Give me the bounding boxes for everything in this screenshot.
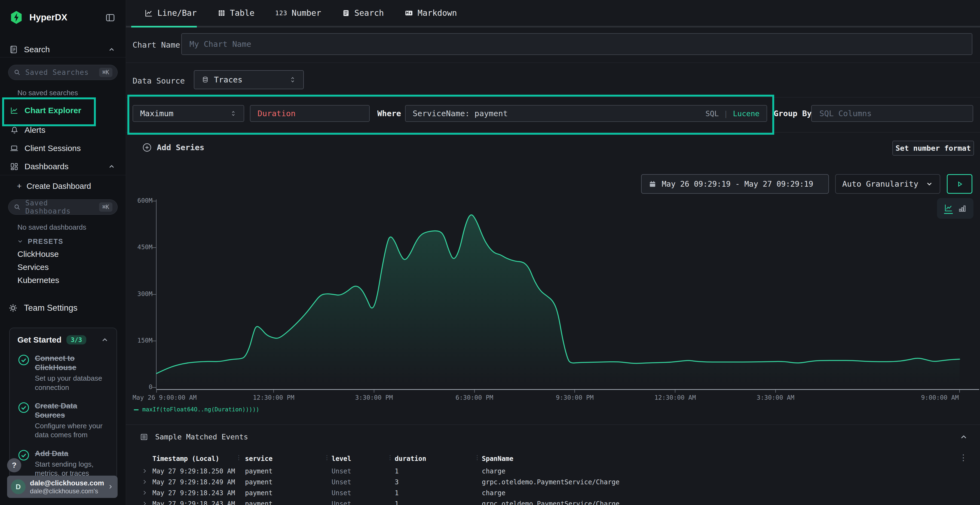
column-header-timestamp[interactable]: Timestamp (Local) [153,455,220,462]
tab-search[interactable]: Search [342,8,384,18]
field-select[interactable]: Duration [250,105,370,122]
table-cell-timestamp[interactable]: May 27 9:29:18.243 AM [153,500,235,505]
table-cell-spanname[interactable]: grpc.oteldemo.PaymentService/Charge [482,500,620,505]
y-axis-tick [152,387,156,388]
mode-divider: | [724,110,728,118]
aggregation-select[interactable]: Maximum [132,105,244,122]
chevron-up-icon[interactable] [108,46,115,53]
chevron-up-icon[interactable] [101,336,109,344]
granularity-select[interactable]: Auto Granularity [835,174,940,194]
table-cell-duration[interactable]: 3 [395,478,399,486]
sidebar-section-search[interactable]: Search [9,44,50,55]
lucene-mode-toggle[interactable]: Lucene [733,110,759,118]
chevron-up-icon[interactable] [108,163,115,170]
y-axis-tick-label: 150M [117,337,153,344]
x-axis-tick-label: 3:30:00 PM [317,394,431,401]
tab-table[interactable]: Table [218,8,255,18]
row-expand-chevron[interactable] [142,468,148,474]
table-cell-level[interactable]: Unset [332,478,351,486]
column-resize-handle[interactable]: ⋮ [324,454,330,461]
data-source-select[interactable]: Traces [194,70,304,89]
sidebar-item-services[interactable]: Services [18,262,49,272]
add-series-button[interactable]: Add Series [142,143,204,152]
collapse-panel-chevron-icon[interactable] [959,433,968,441]
table-cell-duration[interactable]: 1 [395,500,399,505]
where-value[interactable]: ServiceName: payment [413,109,700,118]
table-cell-level[interactable]: Unset [332,467,351,475]
chart-name-field[interactable] [181,33,972,55]
tab-markdown[interactable]: Markdown [404,8,457,18]
table-cell-level[interactable]: Unset [332,500,351,505]
sidebar-item-chart-explorer[interactable]: Chart Explorer [10,105,81,116]
tab-number[interactable]: 123 Number [275,8,321,18]
table-cell-duration[interactable]: 1 [395,489,399,497]
calendar-icon [649,180,656,188]
where-field[interactable]: ServiceName: payment SQL | Lucene [405,105,767,122]
y-axis-tick [152,294,156,295]
tab-line-bar[interactable]: Line/Bar [144,8,197,18]
create-dashboard-button[interactable]: + Create Dashboard [17,181,91,192]
user-menu[interactable]: D dale@clickhouse.com dale@clickhouse.co… [7,476,118,498]
get-started-item-connect[interactable]: Connect to ClickHouse Set up your databa… [18,354,109,392]
chart-legend[interactable]: — maxIf(toFloat64O..ng(Duration))))) [134,405,259,414]
column-header-duration[interactable]: duration [395,455,426,462]
group-by-input[interactable] [819,108,966,118]
saved-dashboards-input[interactable]: Saved Dashboards ⌘K [8,199,118,215]
table-cell-timestamp[interactable]: May 27 9:29:18.250 AM [153,467,235,475]
chevron-down-icon [926,180,933,188]
column-header-level[interactable]: level [332,455,351,462]
sidebar-item-clickhouse[interactable]: ClickHouse [18,249,59,259]
column-resize-handle[interactable]: ⋮ [474,454,480,461]
table-options-menu-icon[interactable]: ⋮ [959,453,967,462]
laptop-icon [10,144,19,152]
column-resize-handle[interactable]: ⋮ [236,454,242,461]
logo-row: HyperDX [9,10,67,25]
set-number-format-button[interactable]: Set number format [892,141,974,156]
line-chart-icon [144,9,153,17]
x-axis-tick-label: 3:30:00 AM [718,394,833,401]
get-started-item-datasources[interactable]: Create Data Sources Configure where your… [18,401,109,440]
table-cell-spanname[interactable]: charge [482,489,506,497]
collapse-sidebar-icon[interactable] [105,13,115,23]
table-cell-service[interactable]: payment [245,500,272,505]
group-by-field[interactable] [811,105,973,122]
sidebar-item-alerts[interactable]: Alerts [10,125,45,135]
table-cell-timestamp[interactable]: May 27 9:29:18.243 AM [153,489,235,497]
table-cell-spanname[interactable]: grpc.oteldemo.PaymentService/Charge [482,478,620,486]
sidebar: HyperDX Search Saved Searche [0,0,126,505]
help-button[interactable]: ? [7,458,21,472]
chart-name-input[interactable] [189,39,965,49]
saved-searches-input[interactable]: Saved Searches ⌘K [8,65,118,80]
sidebar-section-dashboards[interactable]: Dashboards [10,161,68,172]
table-cell-service[interactable]: payment [245,478,272,486]
timeseries-chart[interactable] [156,201,959,387]
table-cell-service[interactable]: payment [245,489,272,497]
sidebar-item-client-sessions[interactable]: Client Sessions [10,143,81,154]
aggregation-value: Maximum [140,109,173,118]
sidebar-item-kubernetes[interactable]: Kubernetes [18,275,59,286]
column-header-service[interactable]: service [245,455,272,462]
column-resize-handle[interactable]: ⋮ [387,454,393,461]
row-expand-chevron[interactable] [142,490,148,496]
presets-header[interactable]: PRESETS [17,237,64,246]
table-cell-timestamp[interactable]: May 27 9:29:18.249 AM [153,478,235,486]
run-query-button[interactable] [947,174,972,194]
events-panel-header[interactable]: Sample Matched Events [140,433,248,441]
row-expand-chevron[interactable] [142,501,148,505]
row-expand-chevron[interactable] [142,479,148,485]
events-panel-title: Sample Matched Events [155,433,248,441]
y-axis-tick [152,247,156,248]
column-header-spanname[interactable]: SpanName [482,455,514,462]
date-range-picker[interactable]: May 26 09:29:19 - May 27 09:29:19 [641,174,829,194]
get-started-item-add-data[interactable]: Add Data Start sending logs, metrics, or… [18,449,109,478]
y-axis-tick-label: 600M [117,197,153,204]
table-cell-spanname[interactable]: charge [482,467,506,475]
search-icon [13,68,21,76]
get-started-item-desc: Set up your database connection [35,374,109,392]
journal-icon [9,45,18,54]
table-cell-duration[interactable]: 1 [395,467,399,475]
sidebar-item-team-settings[interactable]: Team Settings [8,302,77,314]
sql-mode-toggle[interactable]: SQL [705,110,719,118]
table-cell-level[interactable]: Unset [332,489,351,497]
table-cell-service[interactable]: payment [245,467,272,475]
